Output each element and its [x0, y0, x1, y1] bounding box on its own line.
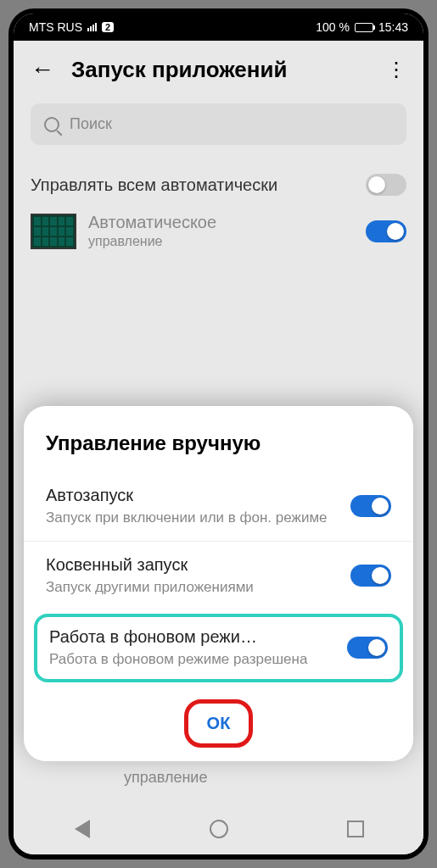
nav-back-icon[interactable] — [70, 816, 95, 842]
background-toggle[interactable] — [347, 637, 388, 659]
nav-bar — [14, 804, 423, 854]
nav-home-icon[interactable] — [206, 816, 232, 842]
secondary-title: Косвенный запуск — [46, 555, 339, 575]
dialog-row-autostart: Автозапуск Запуск при включении или в фо… — [24, 472, 413, 541]
dialog-row-background-highlight: Работа в фоновом режи… Работа в фоновом … — [34, 614, 403, 682]
dialog-overlay: Управление вручную Автозапуск Запуск при… — [14, 14, 423, 854]
dialog-title: Управление вручную — [24, 426, 413, 472]
autostart-title: Автозапуск — [46, 486, 339, 505]
ok-label: ОК — [207, 714, 231, 732]
background-sub: Работа в фоновом режиме разрешена — [49, 650, 335, 669]
secondary-sub: Запуск другими приложениями — [46, 578, 339, 597]
dialog-row-secondary: Косвенный запуск Запуск другими приложен… — [24, 541, 413, 610]
autostart-toggle[interactable] — [350, 495, 391, 517]
ok-button[interactable]: ОК — [184, 699, 254, 748]
secondary-toggle[interactable] — [350, 565, 391, 587]
nav-recent-icon[interactable] — [343, 816, 368, 842]
manual-manage-dialog: Управление вручную Автозапуск Запуск при… — [24, 406, 413, 761]
autostart-sub: Запуск при включении или в фон. режиме — [46, 509, 339, 527]
background-title: Работа в фоновом режи… — [49, 627, 335, 647]
